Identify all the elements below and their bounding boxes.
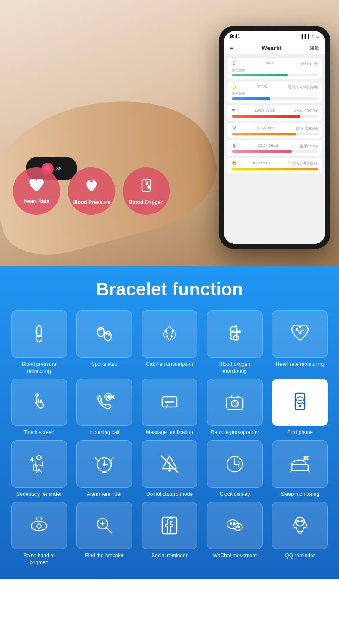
bp-row: 🩺 10-24 09:16 血压: 138/90 (227, 123, 322, 138)
wechat-icon (223, 514, 246, 537)
svg-point-15 (99, 328, 100, 330)
blood-oxygen-badge: O2 Blood Oxygen (123, 167, 170, 215)
remote-photography-label: Remote photography (211, 429, 259, 436)
svg-point-59 (31, 521, 47, 531)
svg-text:XXX: XXX (106, 395, 114, 399)
svg-point-69 (233, 523, 235, 525)
svg-point-14 (104, 331, 111, 341)
fatigue-date: 10-24 09:16 (252, 161, 272, 167)
function-touch-screen: Touch screen (9, 379, 70, 436)
sleep-date: 10-24 (257, 85, 267, 90)
svg-point-35 (299, 405, 301, 407)
function-social: Social reminder (139, 502, 200, 566)
sedentary-icon-box: 4 (11, 440, 67, 488)
function-sports-step: Sports step (74, 310, 135, 374)
bp-value: 血压: 138/90 (296, 126, 318, 131)
touch-screen-label: Touch screen (24, 429, 54, 436)
health-badges: Heart Rate Blood Pressure O2 (13, 167, 170, 215)
blood-oxygen-label: Blood oxygen monitoring (209, 361, 260, 374)
svg-point-48 (169, 470, 170, 471)
alarm-label: Alarm reminder (87, 491, 122, 498)
svg-rect-54 (292, 465, 308, 471)
menu-icon: ≡ (230, 45, 233, 52)
bp-date: 10-24 09:16 (256, 126, 276, 131)
function-wechat: WeChat movement (204, 502, 265, 566)
svg-text:zZ: zZ (304, 456, 309, 460)
function-heart-rate: Heart rate monitoring (269, 310, 330, 374)
heart-rate-icon-box (272, 310, 328, 358)
svg-point-73 (298, 521, 299, 522)
heart-rate-icon (288, 322, 312, 346)
blood-oxygen-label: Blood Oxygen (129, 199, 163, 205)
hero-section: 86 Heart Rate Blood Pressure (0, 0, 339, 266)
wechat-label: WeChat movement (213, 553, 257, 559)
svg-point-72 (296, 517, 304, 526)
thermometer-icon (27, 322, 51, 346)
sedentary-label: Sedentary reminder (16, 491, 61, 498)
calorie-icon-box (142, 310, 197, 358)
svg-point-5 (147, 185, 151, 189)
remote-photography-icon-box (207, 379, 263, 426)
social-icon-box (142, 502, 197, 549)
sleep-label: Sleep monitoring (281, 491, 319, 498)
signal-icon: ▌▌▌ (302, 34, 311, 39)
phone-content: 🚶 10-24 步行：-步 暂无数据 🌙 10-24 睡眠：-小时-分钟 暂无数… (224, 55, 325, 244)
sports-step-icon-box (76, 310, 132, 358)
qq-icon-box (272, 502, 328, 549)
svg-point-16 (101, 328, 103, 329)
svg-line-56 (290, 471, 292, 472)
fatigue-value: 疲劳度: 状态良好 (288, 161, 318, 167)
svg-point-60 (37, 524, 41, 528)
svg-rect-65 (162, 517, 177, 534)
function-sleep: zZ Sleep monitoring (269, 440, 330, 498)
sports-step-label: Sports step (91, 361, 118, 368)
function-incoming-call: XXX Incoming call (74, 379, 135, 436)
svg-point-71 (239, 526, 240, 528)
flame-icon (158, 322, 181, 346)
qq-icon (288, 514, 312, 537)
wifi-icon: ⌇ (312, 34, 314, 39)
function-raise-hand: Raise hand to brighten (9, 502, 70, 566)
find-phone-label: Find phone (287, 429, 313, 436)
eye-icon (27, 514, 51, 537)
find-bracelet-icon-box (76, 502, 132, 549)
sleep-row: 🌙 10-24 睡眠：-小时-分钟 暂无数据 (227, 82, 322, 103)
function-alarm: Alarm reminder (74, 440, 135, 498)
phone-time: 9:41 (230, 33, 240, 39)
svg-point-70 (236, 526, 237, 528)
raise-hand-icon-box (11, 502, 67, 549)
svg-point-33 (233, 402, 236, 405)
blood-pressure-monitoring-icon-box (11, 310, 67, 358)
app-title: Wearfit (261, 45, 281, 52)
function-remote-photography: Remote photography (204, 379, 265, 436)
phone-status-bar: 9:41 ▌▌▌ ⌇ ▭ (224, 31, 325, 42)
message-label: Message notification (146, 429, 193, 436)
sleep-value: 睡眠：-小时-分钟 (288, 85, 318, 90)
function-blood-pressure-monitoring: Blood pressure monitoring (9, 310, 70, 374)
bo-date: 10-24 09:16 (258, 143, 278, 149)
phone-app-header: ≡ Wearfit 液量 (224, 42, 325, 55)
svg-point-28 (166, 401, 167, 403)
svg-point-32 (231, 400, 238, 407)
function-calorie: Calorie consumption (139, 310, 200, 374)
steps-date: 10-24 (263, 61, 273, 67)
social-label: Social reminder (151, 553, 187, 559)
functions-grid: Blood pressure monitoring Sports step (9, 310, 330, 566)
function-find-bracelet: Find the bracelet (74, 502, 135, 566)
bo-row: 💧 10-24 09:16 血氧: 99% (227, 140, 322, 156)
svg-text:SaO2: SaO2 (232, 330, 241, 334)
find-bracelet-label: Find the bracelet (85, 553, 123, 559)
message-icon-box (142, 379, 197, 426)
phone-mockup: 9:41 ▌▌▌ ⌇ ▭ ≡ Wearfit 液量 🚶 10-24 (219, 26, 330, 249)
function-blood-oxygen: SaO2 Blood oxygen monitoring (204, 310, 265, 374)
facebook-icon (158, 514, 181, 537)
svg-point-24 (36, 394, 38, 396)
sleep-icon-box: zZ (272, 440, 328, 488)
clock-icon (223, 453, 246, 476)
function-find-phone: Find phone (269, 379, 330, 436)
svg-point-17 (106, 333, 107, 334)
heart-rate-monitoring-label: Heart rate monitoring (276, 361, 324, 368)
steps-row: 🚶 10-24 步行：-步 暂无数据 (227, 58, 322, 79)
function-sedentary: 4 Sedentary reminder (9, 440, 70, 498)
search-icon (93, 514, 116, 537)
